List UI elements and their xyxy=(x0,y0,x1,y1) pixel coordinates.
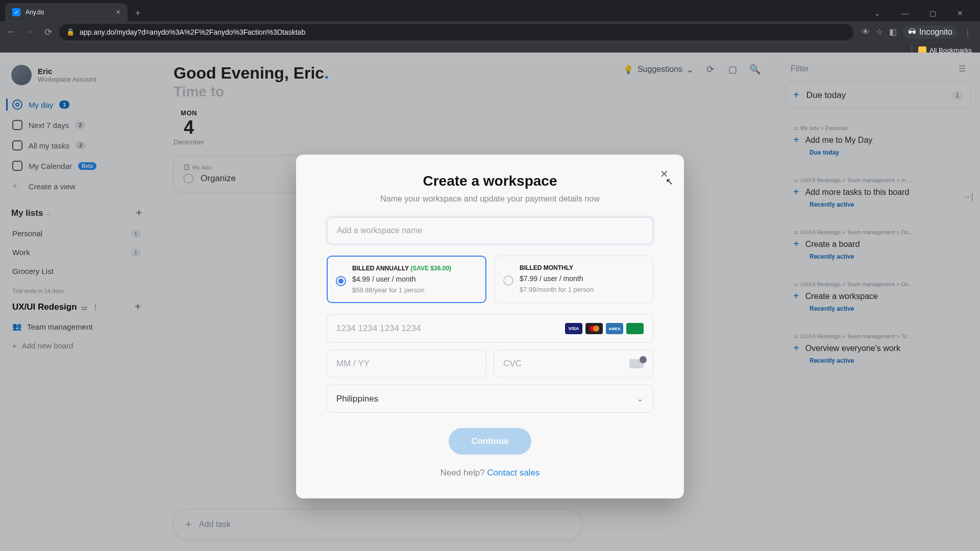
forward-button[interactable]: → xyxy=(22,25,37,39)
minimize-icon[interactable]: — xyxy=(893,5,917,21)
modal-title: Create a workspace xyxy=(327,173,653,189)
cvc-input[interactable]: CVC xyxy=(494,350,653,378)
create-workspace-modal: ✕ Create a workspace Name your workspace… xyxy=(296,155,684,498)
country-select[interactable]: Philippines ⌄ xyxy=(327,385,653,413)
incognito-label: Incognito xyxy=(919,28,952,37)
url-field[interactable]: 🔒 app.any.do/myday?d=anydo%3A%2F%2Fanydo… xyxy=(59,24,853,40)
modal-subtitle: Name your workspace and update your paym… xyxy=(327,194,653,204)
card-number-placeholder: 1234 1234 1234 1234 xyxy=(336,323,421,334)
radio-icon xyxy=(503,276,513,286)
reload-button[interactable]: ⟳ xyxy=(41,25,55,39)
address-bar: ← → ⟳ 🔒 app.any.do/myday?d=anydo%3A%2F%2… xyxy=(0,21,980,42)
continue-button[interactable]: Continue xyxy=(449,428,531,455)
back-button[interactable]: ← xyxy=(4,25,18,39)
modal-overlay[interactable]: ✕ Create a workspace Name your workspace… xyxy=(0,53,980,551)
chevron-down-icon: ⌄ xyxy=(636,393,644,404)
close-tab-icon[interactable]: × xyxy=(116,8,120,17)
visa-icon: VISA xyxy=(565,323,582,334)
lock-icon: 🔒 xyxy=(66,28,75,36)
close-modal-button[interactable]: ✕ xyxy=(660,168,669,180)
amex-icon: AMEX xyxy=(606,323,623,334)
card-number-input[interactable]: 1234 1234 1234 1234 VISA AMEX xyxy=(327,314,653,343)
url-text: app.any.do/myday?d=anydo%3A%2F%2Fanydo%3… xyxy=(80,28,305,36)
expiry-placeholder: MM / YY xyxy=(336,359,370,369)
plan-note: $7.99/month for 1 person xyxy=(520,286,644,293)
workspace-name-input[interactable] xyxy=(327,217,653,244)
window-controls: ⌄ — ▢ ✕ xyxy=(866,5,975,21)
side-panel-icon[interactable]: ◧ xyxy=(889,27,897,37)
cvc-placeholder: CVC xyxy=(503,359,522,369)
chevron-down-icon[interactable]: ⌄ xyxy=(866,5,889,21)
tab-title: Any.do xyxy=(26,9,111,16)
eye-off-icon[interactable]: 👁 xyxy=(862,28,870,37)
close-window-icon[interactable]: ✕ xyxy=(948,5,972,21)
billing-plans: BILLED ANNUALLY (SAVE $36.00) $4.99 / us… xyxy=(327,256,653,303)
anydo-favicon-icon: ✓ xyxy=(12,8,20,16)
contact-sales-link[interactable]: Contact sales xyxy=(487,468,540,478)
incognito-icon: 🕶 xyxy=(908,28,916,37)
unionpay-icon xyxy=(626,323,644,334)
cvc-card-icon xyxy=(629,359,644,368)
help-text: Need help? Contact sales xyxy=(327,468,653,478)
browser-chrome: ✓ Any.do × + ⌄ — ▢ ✕ ← → ⟳ 🔒 app.any.do/… xyxy=(0,0,980,53)
plan-price: $7.99 / user / month xyxy=(520,274,644,283)
app-root: Eric Workspace Account My day 1 Next 7 d… xyxy=(0,53,980,551)
browser-tab[interactable]: ✓ Any.do × xyxy=(5,3,128,21)
mastercard-icon xyxy=(585,323,603,334)
plan-monthly[interactable]: BILLED MONTHLY $7.99 / user / month $7.9… xyxy=(495,256,653,303)
radio-icon xyxy=(336,276,346,286)
bookmark-star-icon[interactable]: ☆ xyxy=(876,27,883,37)
tab-bar: ✓ Any.do × + ⌄ — ▢ ✕ xyxy=(0,0,980,21)
maximize-icon[interactable]: ▢ xyxy=(921,5,944,21)
new-tab-button[interactable]: + xyxy=(130,5,146,21)
country-value: Philippines xyxy=(336,394,378,404)
expiry-input[interactable]: MM / YY xyxy=(327,350,486,378)
incognito-badge[interactable]: 🕶 Incognito xyxy=(903,26,958,39)
address-bar-actions: 👁 ☆ ◧ 🕶 Incognito ⋮ xyxy=(857,26,976,39)
plan-annual[interactable]: BILLED ANNUALLY (SAVE $36.00) $4.99 / us… xyxy=(327,256,486,303)
plan-price: $4.99 / user / month xyxy=(352,275,476,283)
card-brands: VISA AMEX xyxy=(565,323,644,334)
plan-note: $59.88/year for 1 person xyxy=(352,286,476,294)
kebab-menu-icon[interactable]: ⋮ xyxy=(964,27,972,37)
